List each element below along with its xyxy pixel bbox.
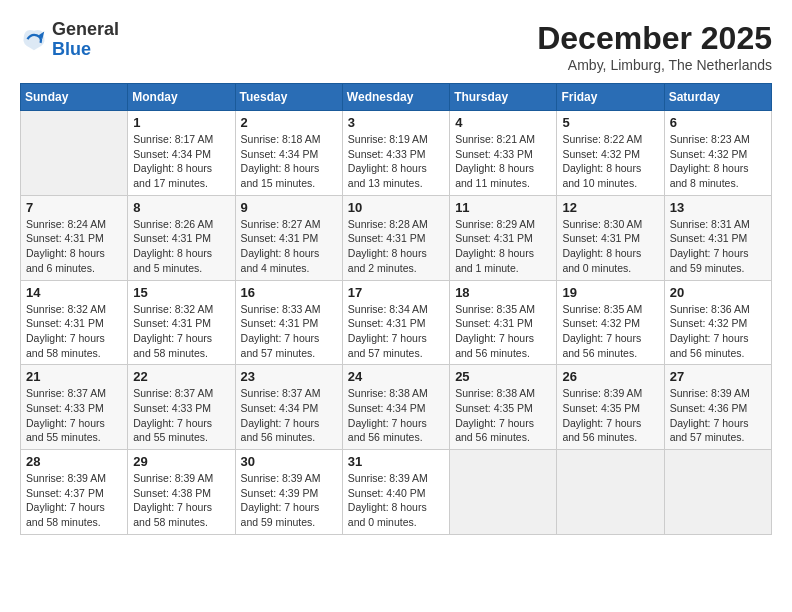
day-number: 29	[133, 454, 229, 469]
weekday-header: Sunday	[21, 84, 128, 111]
day-info: Sunrise: 8:39 AMSunset: 4:39 PMDaylight:…	[241, 471, 337, 530]
calendar-cell	[557, 450, 664, 535]
calendar-cell: 3Sunrise: 8:19 AMSunset: 4:33 PMDaylight…	[342, 111, 449, 196]
day-info: Sunrise: 8:34 AMSunset: 4:31 PMDaylight:…	[348, 302, 444, 361]
calendar-cell: 7Sunrise: 8:24 AMSunset: 4:31 PMDaylight…	[21, 195, 128, 280]
day-number: 25	[455, 369, 551, 384]
location-title: Amby, Limburg, The Netherlands	[537, 57, 772, 73]
day-info: Sunrise: 8:28 AMSunset: 4:31 PMDaylight:…	[348, 217, 444, 276]
calendar-cell: 9Sunrise: 8:27 AMSunset: 4:31 PMDaylight…	[235, 195, 342, 280]
day-number: 3	[348, 115, 444, 130]
day-info: Sunrise: 8:22 AMSunset: 4:32 PMDaylight:…	[562, 132, 658, 191]
day-number: 26	[562, 369, 658, 384]
calendar-week-row: 7Sunrise: 8:24 AMSunset: 4:31 PMDaylight…	[21, 195, 772, 280]
day-info: Sunrise: 8:21 AMSunset: 4:33 PMDaylight:…	[455, 132, 551, 191]
calendar-cell: 18Sunrise: 8:35 AMSunset: 4:31 PMDayligh…	[450, 280, 557, 365]
calendar-cell: 1Sunrise: 8:17 AMSunset: 4:34 PMDaylight…	[128, 111, 235, 196]
calendar-cell: 19Sunrise: 8:35 AMSunset: 4:32 PMDayligh…	[557, 280, 664, 365]
calendar-cell: 8Sunrise: 8:26 AMSunset: 4:31 PMDaylight…	[128, 195, 235, 280]
day-number: 30	[241, 454, 337, 469]
day-number: 2	[241, 115, 337, 130]
calendar-cell	[450, 450, 557, 535]
day-number: 6	[670, 115, 766, 130]
day-info: Sunrise: 8:38 AMSunset: 4:35 PMDaylight:…	[455, 386, 551, 445]
calendar-cell	[664, 450, 771, 535]
day-number: 7	[26, 200, 122, 215]
day-info: Sunrise: 8:23 AMSunset: 4:32 PMDaylight:…	[670, 132, 766, 191]
day-number: 13	[670, 200, 766, 215]
weekday-header: Saturday	[664, 84, 771, 111]
calendar-cell: 16Sunrise: 8:33 AMSunset: 4:31 PMDayligh…	[235, 280, 342, 365]
calendar-cell: 30Sunrise: 8:39 AMSunset: 4:39 PMDayligh…	[235, 450, 342, 535]
day-info: Sunrise: 8:32 AMSunset: 4:31 PMDaylight:…	[133, 302, 229, 361]
calendar-cell: 6Sunrise: 8:23 AMSunset: 4:32 PMDaylight…	[664, 111, 771, 196]
day-info: Sunrise: 8:37 AMSunset: 4:34 PMDaylight:…	[241, 386, 337, 445]
calendar: SundayMondayTuesdayWednesdayThursdayFrid…	[20, 83, 772, 535]
day-info: Sunrise: 8:39 AMSunset: 4:35 PMDaylight:…	[562, 386, 658, 445]
day-info: Sunrise: 8:36 AMSunset: 4:32 PMDaylight:…	[670, 302, 766, 361]
day-info: Sunrise: 8:39 AMSunset: 4:38 PMDaylight:…	[133, 471, 229, 530]
day-info: Sunrise: 8:37 AMSunset: 4:33 PMDaylight:…	[133, 386, 229, 445]
day-number: 28	[26, 454, 122, 469]
calendar-cell: 17Sunrise: 8:34 AMSunset: 4:31 PMDayligh…	[342, 280, 449, 365]
day-number: 15	[133, 285, 229, 300]
day-number: 27	[670, 369, 766, 384]
day-info: Sunrise: 8:17 AMSunset: 4:34 PMDaylight:…	[133, 132, 229, 191]
calendar-week-row: 14Sunrise: 8:32 AMSunset: 4:31 PMDayligh…	[21, 280, 772, 365]
month-title: December 2025	[537, 20, 772, 57]
day-number: 4	[455, 115, 551, 130]
day-info: Sunrise: 8:35 AMSunset: 4:32 PMDaylight:…	[562, 302, 658, 361]
day-number: 24	[348, 369, 444, 384]
day-number: 10	[348, 200, 444, 215]
calendar-cell: 21Sunrise: 8:37 AMSunset: 4:33 PMDayligh…	[21, 365, 128, 450]
calendar-cell: 10Sunrise: 8:28 AMSunset: 4:31 PMDayligh…	[342, 195, 449, 280]
day-info: Sunrise: 8:38 AMSunset: 4:34 PMDaylight:…	[348, 386, 444, 445]
calendar-cell: 27Sunrise: 8:39 AMSunset: 4:36 PMDayligh…	[664, 365, 771, 450]
day-info: Sunrise: 8:29 AMSunset: 4:31 PMDaylight:…	[455, 217, 551, 276]
weekday-header: Friday	[557, 84, 664, 111]
day-info: Sunrise: 8:31 AMSunset: 4:31 PMDaylight:…	[670, 217, 766, 276]
logo-blue-text: Blue	[52, 39, 91, 59]
weekday-header: Tuesday	[235, 84, 342, 111]
day-number: 23	[241, 369, 337, 384]
day-info: Sunrise: 8:37 AMSunset: 4:33 PMDaylight:…	[26, 386, 122, 445]
calendar-cell: 23Sunrise: 8:37 AMSunset: 4:34 PMDayligh…	[235, 365, 342, 450]
day-number: 16	[241, 285, 337, 300]
header: General Blue December 2025 Amby, Limburg…	[20, 20, 772, 73]
calendar-cell	[21, 111, 128, 196]
day-number: 18	[455, 285, 551, 300]
day-number: 21	[26, 369, 122, 384]
calendar-cell: 15Sunrise: 8:32 AMSunset: 4:31 PMDayligh…	[128, 280, 235, 365]
logo-general-text: General	[52, 19, 119, 39]
day-info: Sunrise: 8:39 AMSunset: 4:37 PMDaylight:…	[26, 471, 122, 530]
day-number: 1	[133, 115, 229, 130]
logo: General Blue	[20, 20, 119, 60]
day-number: 19	[562, 285, 658, 300]
day-number: 17	[348, 285, 444, 300]
day-info: Sunrise: 8:30 AMSunset: 4:31 PMDaylight:…	[562, 217, 658, 276]
weekday-header: Wednesday	[342, 84, 449, 111]
day-info: Sunrise: 8:27 AMSunset: 4:31 PMDaylight:…	[241, 217, 337, 276]
calendar-cell: 13Sunrise: 8:31 AMSunset: 4:31 PMDayligh…	[664, 195, 771, 280]
day-number: 14	[26, 285, 122, 300]
day-info: Sunrise: 8:26 AMSunset: 4:31 PMDaylight:…	[133, 217, 229, 276]
calendar-week-row: 21Sunrise: 8:37 AMSunset: 4:33 PMDayligh…	[21, 365, 772, 450]
day-info: Sunrise: 8:39 AMSunset: 4:40 PMDaylight:…	[348, 471, 444, 530]
calendar-cell: 31Sunrise: 8:39 AMSunset: 4:40 PMDayligh…	[342, 450, 449, 535]
logo-icon	[20, 26, 48, 54]
day-number: 5	[562, 115, 658, 130]
day-number: 20	[670, 285, 766, 300]
day-info: Sunrise: 8:39 AMSunset: 4:36 PMDaylight:…	[670, 386, 766, 445]
title-area: December 2025 Amby, Limburg, The Netherl…	[537, 20, 772, 73]
day-number: 12	[562, 200, 658, 215]
calendar-cell: 11Sunrise: 8:29 AMSunset: 4:31 PMDayligh…	[450, 195, 557, 280]
day-number: 22	[133, 369, 229, 384]
day-info: Sunrise: 8:32 AMSunset: 4:31 PMDaylight:…	[26, 302, 122, 361]
calendar-cell: 4Sunrise: 8:21 AMSunset: 4:33 PMDaylight…	[450, 111, 557, 196]
calendar-cell: 14Sunrise: 8:32 AMSunset: 4:31 PMDayligh…	[21, 280, 128, 365]
calendar-cell: 20Sunrise: 8:36 AMSunset: 4:32 PMDayligh…	[664, 280, 771, 365]
calendar-cell: 29Sunrise: 8:39 AMSunset: 4:38 PMDayligh…	[128, 450, 235, 535]
weekday-header: Thursday	[450, 84, 557, 111]
day-info: Sunrise: 8:18 AMSunset: 4:34 PMDaylight:…	[241, 132, 337, 191]
calendar-cell: 5Sunrise: 8:22 AMSunset: 4:32 PMDaylight…	[557, 111, 664, 196]
